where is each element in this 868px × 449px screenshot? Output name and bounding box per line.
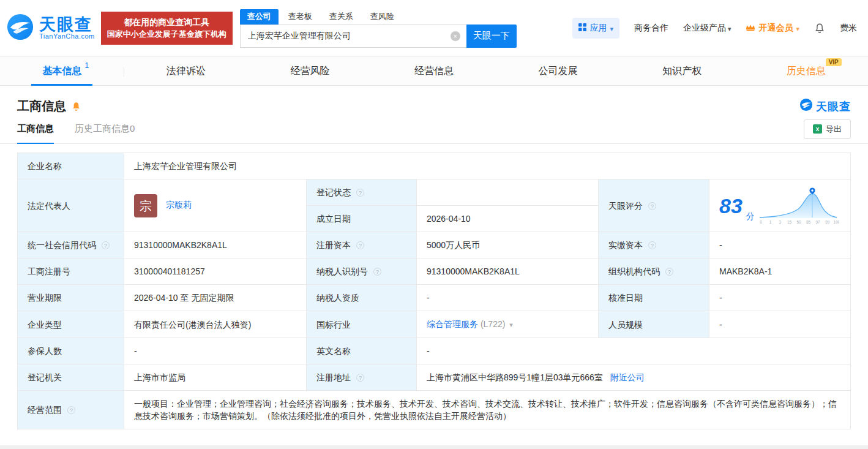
section-title: 工商信息 [17, 98, 66, 115]
tab-intellectual-property[interactable]: 知识产权 [620, 57, 744, 85]
tab-count-badge: 1 [85, 61, 89, 70]
tab-label: 经营信息 [414, 65, 454, 78]
field-label: 企业名称 [28, 161, 62, 171]
svg-text:1: 1 [769, 220, 772, 224]
reg-capital-value: 5000万人民币 [427, 240, 480, 250]
svg-text:97: 97 [815, 220, 820, 224]
nav-open-vip[interactable]: 开通会员 [746, 23, 799, 34]
paid-capital-value: - [719, 240, 722, 250]
tab-legal-proceedings[interactable]: 法律诉讼 [124, 57, 249, 85]
field-label: 实缴资本 [608, 240, 643, 250]
help-icon[interactable] [648, 241, 656, 249]
legal-rep-link[interactable]: 宗馥莉 [166, 200, 192, 209]
slogan-banner: 都在用的商业查询工具 国家中小企业发展子基金旗下机构 [101, 12, 233, 44]
apps-menu-button[interactable]: 应用 [572, 18, 619, 39]
field-label: 天眼评分 [608, 201, 643, 211]
search-area: 查公司 查老板 查关系 查风险 天眼一下 [240, 9, 517, 48]
svg-text:0: 0 [760, 220, 762, 224]
chevron-down-icon[interactable] [509, 319, 513, 329]
svg-text:15: 15 [787, 220, 792, 224]
notice-bell-icon[interactable] [71, 101, 81, 111]
industry-link[interactable]: 综合管理服务 [427, 319, 478, 329]
tab-operating-info[interactable]: 经营信息 [372, 57, 496, 85]
field-label: 参保人数 [28, 346, 62, 356]
search-tab-boss[interactable]: 查老板 [281, 9, 320, 25]
svg-text:99: 99 [825, 220, 830, 224]
help-icon[interactable] [356, 374, 364, 382]
search-tabs: 查公司 查老板 查关系 查风险 [240, 9, 517, 25]
export-label: 导出 [826, 124, 842, 135]
help-icon[interactable] [356, 189, 364, 197]
approval-date-value: - [719, 293, 722, 303]
help-icon[interactable] [102, 241, 110, 249]
tianyancha-watermark: 天眼查 [799, 98, 851, 115]
app-grid-icon [578, 23, 586, 33]
chevron-down-icon [610, 23, 613, 33]
nav-enterprise-products[interactable]: 企业级产品 [683, 23, 731, 34]
tab-basic-info[interactable]: 基本信息 1 [0, 57, 124, 85]
field-label: 登记状态 [316, 187, 351, 197]
tab-company-development[interactable]: 公司发展 [496, 57, 620, 85]
subtab-business-info[interactable]: 工商信息 [17, 115, 54, 143]
export-button[interactable]: 导出 [804, 119, 851, 139]
field-label: 人员规模 [608, 320, 643, 330]
nearby-companies-link[interactable]: 附近公司 [610, 372, 645, 382]
help-icon[interactable] [665, 268, 673, 276]
tab-label: 历史信息 [787, 66, 826, 76]
tab-history-info[interactable]: 历史信息 VIP [744, 57, 868, 85]
tab-label: 知识产权 [662, 65, 702, 78]
field-label: 英文名称 [316, 346, 351, 356]
address-value: 上海市黄浦区中华路899号1幢1层03单元666室 [427, 372, 603, 382]
tab-operating-risk[interactable]: 经营风险 [248, 57, 372, 85]
row-company-type: 企业类型 有限责任公司(港澳台法人独资) 国标行业 综合管理服务 (L722) … [18, 311, 851, 338]
nav-enterprise-label: 企业级产品 [683, 23, 726, 34]
help-icon[interactable] [648, 202, 656, 210]
logo-text: 天眼查 [39, 16, 95, 33]
nav-user[interactable]: 费米 [840, 23, 857, 34]
slogan-line2: 国家中小企业发展子基金旗下机构 [107, 29, 226, 40]
svg-text:100: 100 [833, 220, 839, 224]
search-tab-relation[interactable]: 查关系 [322, 9, 361, 25]
subtab-history-business-info[interactable]: 历史工商信息0 [75, 115, 135, 143]
row-insured: 参保人数 - 英文名称 - [18, 338, 851, 364]
tab-label: 公司发展 [539, 65, 578, 78]
business-info-table: 企业名称 上海宏芊企业管理有限公司 法定代表人 宗 宗馥莉 登记状态 天眼评分 … [17, 153, 851, 429]
tianyancha-logo[interactable]: 天眼查 TianYanCha.com [6, 13, 95, 43]
row-credit-code: 统一社会信用代码 91310000MAKB2K8A1L 注册资本 5000万人民… [18, 232, 851, 258]
vip-badge: VIP [826, 58, 842, 66]
row-company-name: 企业名称 上海宏芊企业管理有限公司 [18, 153, 851, 179]
apps-menu-label: 应用 [589, 23, 607, 34]
tab-label: 法律诉讼 [166, 65, 206, 78]
field-label: 法定代表人 [28, 201, 70, 211]
field-label: 登记机关 [28, 372, 62, 382]
help-icon[interactable] [373, 268, 381, 276]
tab-label: 经营风险 [290, 65, 329, 78]
bell-icon[interactable] [814, 23, 825, 34]
field-label: 经营范围 [28, 405, 62, 415]
tianyancha-logo-icon [799, 98, 813, 115]
help-icon[interactable] [356, 241, 364, 249]
excel-icon [813, 124, 822, 134]
tab-label: 基本信息 [42, 66, 81, 76]
chevron-down-icon [796, 23, 799, 33]
nav-business-cooperation[interactable]: 商务合作 [634, 23, 668, 34]
company-type-value: 有限责任公司(港澳台法人独资) [134, 320, 251, 330]
search-tab-risk[interactable]: 查风险 [363, 9, 402, 25]
search-button[interactable]: 天眼一下 [466, 25, 517, 48]
field-label: 注册地址 [316, 372, 351, 382]
search-clear-icon[interactable] [451, 31, 460, 41]
svg-text:50: 50 [796, 220, 801, 224]
field-label: 统一社会信用代码 [28, 240, 96, 250]
help-icon[interactable] [67, 406, 75, 414]
section-header: 工商信息 天眼查 [0, 86, 868, 115]
svg-text:3: 3 [779, 220, 781, 224]
search-input[interactable] [240, 25, 466, 48]
nav-vip-label: 开通会员 [758, 23, 793, 34]
legal-rep-avatar[interactable]: 宗 [134, 194, 157, 217]
field-label: 成立日期 [316, 214, 351, 224]
org-code-value: MAKB2K8A-1 [719, 266, 772, 276]
search-tab-company[interactable]: 查公司 [240, 9, 279, 25]
taxpayer-id-value: 91310000MAKB2K8A1L [427, 266, 520, 276]
crown-icon [746, 23, 755, 33]
credit-code-value: 91310000MAKB2K8A1L [134, 240, 227, 250]
